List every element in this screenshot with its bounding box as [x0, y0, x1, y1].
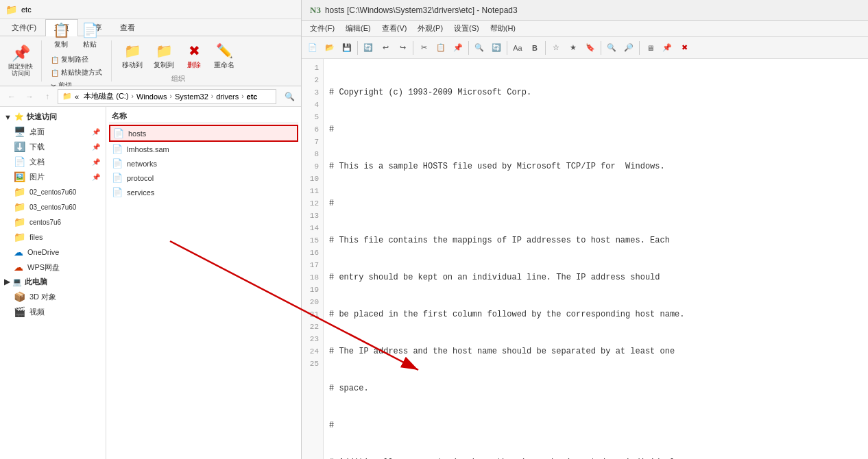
file-item-hosts[interactable]: 📄 hosts — [109, 125, 298, 142]
lmhosts-file-icon: 📄 — [112, 144, 123, 154]
menu-format[interactable]: 外观(P) — [412, 22, 448, 35]
file-item-networks[interactable]: 📄 networks — [109, 156, 298, 171]
menu-help[interactable]: 帮助(H) — [485, 22, 521, 35]
notepad-title-text: hosts [C:\Windows\System32\drivers\etc] … — [325, 5, 518, 15]
path-windows[interactable]: Windows — [136, 92, 167, 101]
toolbar-font[interactable]: Aa — [509, 40, 526, 56]
this-pc-header[interactable]: ▶ 💻 此电脑 — [0, 275, 106, 289]
toolbar-save[interactable]: 💾 — [339, 40, 355, 56]
sidebar-item-documents[interactable]: 📄 文档 📌 — [0, 154, 106, 169]
toolbar-cut[interactable]: ✂ — [415, 40, 432, 56]
sidebar-item-3d[interactable]: 📦 3D 对象 — [0, 289, 106, 304]
toolbar-open[interactable]: 📂 — [322, 40, 338, 56]
sidebar-item-downloads[interactable]: ⬇️ 下载 📌 — [0, 139, 106, 154]
toolbar-bold[interactable]: B — [527, 40, 543, 56]
copy-button[interactable]: 📋 复制 — [47, 18, 75, 53]
address-path[interactable]: 📁 « 本地磁盘 (C:) › Windows › System32 › dri… — [58, 89, 276, 104]
toolbar-find[interactable]: 🔍 — [471, 40, 487, 56]
menu-settings[interactable]: 设置(S) — [448, 22, 485, 35]
toolbar-replace[interactable]: 🔄 — [488, 40, 505, 56]
path-part-1[interactable]: « — [75, 92, 81, 101]
toolbar-back[interactable]: ↩ — [377, 40, 394, 56]
toolbar-paste[interactable]: 📌 — [450, 40, 466, 56]
paste-shortcut-button[interactable]: 📋 粘贴快捷方式 — [47, 66, 106, 79]
explorer-window-title: etc — [21, 5, 32, 14]
sidebar-item-pictures[interactable]: 🖼️ 图片 📌 — [0, 169, 106, 184]
name-column-header: 名称 — [112, 111, 127, 121]
clipboard-top-row: 📋 复制 📄 粘贴 — [47, 18, 106, 53]
code-line-5: # This file contains the mappings of IP … — [329, 234, 863, 247]
file-item-protocol[interactable]: 📄 protocol — [109, 171, 298, 185]
back-button[interactable]: ← — [4, 89, 19, 104]
toolbar-new[interactable]: 📄 — [304, 40, 321, 56]
toolbar-copy[interactable]: 📋 — [433, 40, 449, 56]
networks-file-name: networks — [127, 160, 157, 168]
copy-path-button[interactable]: 📋 复制路径 — [47, 53, 106, 66]
toolbar-star2[interactable]: ★ — [565, 40, 581, 56]
code-line-7: # be placed in the first column followed… — [329, 308, 863, 321]
address-bar: ← → ↑ 📁 « 本地磁盘 (C:) › Windows › System32… — [0, 86, 301, 107]
ribbon: 文件(F) 主页 共享 查看 📌 固定到快访问间 📋 复制 — [0, 19, 301, 86]
file-list-header: 名称 — [109, 110, 298, 123]
sidebar-item-wps[interactable]: ☁ WPS网盘 — [0, 260, 106, 275]
hosts-file-name: hosts — [128, 129, 146, 138]
code-editor[interactable]: # Copyright (c) 1993-2009 Microsoft Corp… — [324, 59, 868, 459]
file-explorer: 📁 etc 文件(F) 主页 共享 查看 📌 固定到快访问间 — [0, 0, 302, 459]
toolbar-forward[interactable]: ↪ — [394, 40, 411, 56]
toolbar-star[interactable]: ☆ — [548, 40, 564, 56]
notepad-menu: 文件(F) 编辑(E) 查看(V) 外观(P) 设置(S) 帮助(H) — [302, 21, 868, 37]
code-line-11: # Additionally, comments (such as these)… — [329, 456, 863, 459]
paste-button[interactable]: 📄 粘贴 — [76, 18, 104, 53]
sidebar-item-centos3[interactable]: 📁 centos7u6 — [0, 214, 106, 230]
toolbar-sep-6 — [601, 41, 601, 55]
code-area: 1 2 3 4 5 6 7 8 9 10 11 12 13 14 15 16 1… — [302, 59, 868, 459]
toolbar-refresh[interactable]: 🔄 — [360, 40, 376, 56]
toolbar-sep-1 — [357, 41, 358, 55]
folder-title-icon: 📁 — [5, 4, 17, 15]
path-etc[interactable]: etc — [247, 92, 258, 101]
toolbar-monitor[interactable]: 🖥 — [642, 40, 658, 56]
services-file-name: services — [127, 188, 154, 197]
rename-button[interactable]: ✏️ 重命名 — [209, 39, 239, 73]
forward-button[interactable]: → — [22, 89, 37, 104]
sidebar-item-centos2[interactable]: 📁 03_centos7u60 — [0, 199, 106, 214]
menu-edit[interactable]: 编辑(E) — [340, 22, 376, 35]
menu-view[interactable]: 查看(V) — [376, 22, 413, 35]
ribbon-sep-2 — [111, 40, 112, 82]
file-item-services[interactable]: 📄 services — [109, 185, 298, 199]
path-system32[interactable]: System32 — [175, 92, 208, 101]
tab-file[interactable]: 文件(F) — [3, 19, 45, 36]
lmhosts-file-name: lmhosts.sam — [127, 145, 169, 153]
copy-to-button[interactable]: 📁 复制到 — [149, 39, 179, 73]
code-line-8: # The IP address and the host name shoul… — [329, 345, 863, 358]
move-to-button[interactable]: 📁 移动到 — [117, 39, 147, 73]
code-line-1: # Copyright (c) 1993-2009 Microsoft Corp… — [329, 86, 863, 99]
sidebar-item-video[interactable]: 🎬 视频 — [0, 304, 106, 319]
code-line-2: # — [329, 123, 863, 136]
tab-view[interactable]: 查看 — [111, 19, 144, 36]
sidebar-item-onedrive[interactable]: ☁ OneDrive — [0, 245, 106, 260]
search-button[interactable]: 🔍 — [282, 89, 297, 104]
toolbar-close[interactable]: ✖ — [676, 40, 692, 56]
toolbar-search1[interactable]: 🔍 — [603, 40, 620, 56]
notepad3-panel: N3 hosts [C:\Windows\System32\drivers\et… — [302, 0, 868, 459]
menu-file[interactable]: 文件(F) — [304, 22, 340, 35]
toolbar-sep-4 — [507, 41, 507, 55]
file-item-lmhosts[interactable]: 📄 lmhosts.sam — [109, 142, 298, 156]
delete-button[interactable]: ✖ 删除 — [180, 39, 208, 73]
ribbon-content: 📌 固定到快访问间 📋 复制 📄 粘贴 — [0, 36, 301, 86]
toolbar-bookmark[interactable]: 🔖 — [582, 40, 599, 56]
toolbar-pin[interactable]: 📌 — [659, 40, 675, 56]
sidebar-item-files[interactable]: 📁 files — [0, 230, 106, 245]
code-line-3: # This is a sample HOSTS file used by Mi… — [329, 160, 863, 173]
sidebar-item-centos1[interactable]: 📁 02_centos7u60 — [0, 184, 106, 199]
path-drivers[interactable]: drivers — [216, 92, 239, 101]
toolbar-search2[interactable]: 🔎 — [620, 40, 637, 56]
quick-access-header[interactable]: ▼ ⭐ 快速访问 — [0, 110, 106, 124]
path-local-disk[interactable]: 本地磁盘 (C:) — [84, 91, 128, 101]
up-button[interactable]: ↑ — [40, 89, 55, 104]
pin-to-quick-access-button[interactable]: 📌 固定到快访问间 — [5, 43, 36, 79]
ribbon-sep-1 — [41, 40, 42, 82]
address-bar-actions: 🔍 — [282, 89, 297, 104]
sidebar-item-desktop[interactable]: 🖥️ 桌面 📌 — [0, 124, 106, 139]
